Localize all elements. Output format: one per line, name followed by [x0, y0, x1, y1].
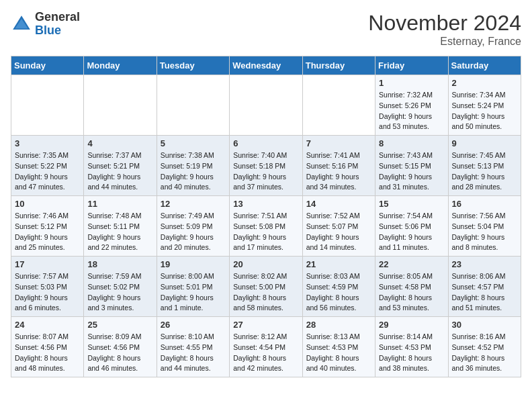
weekday-header: Monday [84, 56, 157, 75]
day-info: Sunrise: 7:46 AM Sunset: 5:12 PM Dayligh… [15, 211, 80, 253]
day-number: 18 [87, 259, 152, 269]
day-number: 23 [452, 259, 517, 269]
calendar-cell: 13Sunrise: 7:51 AM Sunset: 5:08 PM Dayli… [230, 196, 302, 257]
month-title: November 2024 [368, 11, 521, 36]
day-info: Sunrise: 8:00 AM Sunset: 5:01 PM Dayligh… [161, 271, 226, 314]
day-number: 16 [452, 199, 517, 209]
calendar-cell: 1Sunrise: 7:32 AM Sunset: 5:26 PM Daylig… [375, 75, 448, 136]
logo-text: General Blue [35, 11, 80, 38]
location: Esternay, France [368, 36, 521, 48]
day-info: Sunrise: 7:38 AM Sunset: 5:19 PM Dayligh… [161, 150, 226, 193]
calendar-cell: 4Sunrise: 7:37 AM Sunset: 5:21 PM Daylig… [84, 136, 157, 196]
day-number: 6 [233, 138, 298, 148]
day-number: 3 [15, 138, 80, 148]
weekday-header: Tuesday [157, 56, 229, 75]
day-number: 14 [306, 199, 371, 209]
day-info: Sunrise: 7:59 AM Sunset: 5:02 PM Dayligh… [87, 271, 152, 314]
calendar-cell: 25Sunrise: 8:09 AM Sunset: 4:56 PM Dayli… [84, 317, 157, 377]
day-info: Sunrise: 7:41 AM Sunset: 5:16 PM Dayligh… [306, 150, 371, 193]
day-info: Sunrise: 7:35 AM Sunset: 5:22 PM Dayligh… [15, 150, 80, 193]
calendar-cell [11, 75, 84, 136]
day-number: 2 [452, 78, 517, 88]
day-info: Sunrise: 7:48 AM Sunset: 5:11 PM Dayligh… [87, 211, 152, 253]
title-block: November 2024 Esternay, France [368, 11, 521, 48]
day-info: Sunrise: 8:12 AM Sunset: 4:54 PM Dayligh… [233, 332, 298, 374]
day-info: Sunrise: 8:07 AM Sunset: 4:56 PM Dayligh… [15, 332, 80, 374]
calendar-cell: 23Sunrise: 8:06 AM Sunset: 4:57 PM Dayli… [448, 257, 521, 317]
day-number: 4 [87, 138, 152, 148]
calendar-cell: 15Sunrise: 7:54 AM Sunset: 5:06 PM Dayli… [375, 196, 448, 257]
calendar-table: SundayMondayTuesdayWednesdayThursdayFrid… [11, 56, 521, 377]
day-number: 8 [379, 138, 444, 148]
page-header: General Blue November 2024 Esternay, Fra… [11, 11, 521, 48]
day-number: 22 [379, 259, 444, 269]
day-info: Sunrise: 8:09 AM Sunset: 4:56 PM Dayligh… [87, 332, 152, 374]
calendar-cell [230, 75, 302, 136]
calendar-cell: 7Sunrise: 7:41 AM Sunset: 5:16 PM Daylig… [302, 136, 375, 196]
day-info: Sunrise: 7:32 AM Sunset: 5:26 PM Dayligh… [379, 90, 444, 132]
calendar-cell: 16Sunrise: 7:56 AM Sunset: 5:04 PM Dayli… [448, 196, 521, 257]
calendar-cell: 27Sunrise: 8:12 AM Sunset: 4:54 PM Dayli… [230, 317, 302, 377]
day-info: Sunrise: 8:10 AM Sunset: 4:55 PM Dayligh… [161, 332, 226, 374]
calendar-cell: 20Sunrise: 8:02 AM Sunset: 5:00 PM Dayli… [230, 257, 302, 317]
weekday-header: Saturday [448, 56, 521, 75]
calendar-cell: 26Sunrise: 8:10 AM Sunset: 4:55 PM Dayli… [157, 317, 229, 377]
calendar-week: 10Sunrise: 7:46 AM Sunset: 5:12 PM Dayli… [11, 196, 521, 257]
day-info: Sunrise: 8:03 AM Sunset: 4:59 PM Dayligh… [306, 271, 371, 314]
day-number: 21 [306, 259, 371, 269]
calendar-body: 1Sunrise: 7:32 AM Sunset: 5:26 PM Daylig… [11, 75, 521, 377]
calendar-cell: 30Sunrise: 8:16 AM Sunset: 4:52 PM Dayli… [448, 317, 521, 377]
day-number: 10 [15, 199, 80, 209]
day-info: Sunrise: 8:02 AM Sunset: 5:00 PM Dayligh… [233, 271, 298, 314]
calendar-cell: 12Sunrise: 7:49 AM Sunset: 5:09 PM Dayli… [157, 196, 229, 257]
day-number: 17 [15, 259, 80, 269]
calendar-cell [157, 75, 229, 136]
calendar-cell: 24Sunrise: 8:07 AM Sunset: 4:56 PM Dayli… [11, 317, 84, 377]
day-info: Sunrise: 7:45 AM Sunset: 5:13 PM Dayligh… [452, 150, 517, 193]
day-info: Sunrise: 8:13 AM Sunset: 4:53 PM Dayligh… [306, 332, 371, 374]
weekday-header: Wednesday [230, 56, 302, 75]
day-info: Sunrise: 7:54 AM Sunset: 5:06 PM Dayligh… [379, 211, 444, 253]
day-number: 12 [161, 199, 226, 209]
day-info: Sunrise: 7:57 AM Sunset: 5:03 PM Dayligh… [15, 271, 80, 314]
day-number: 20 [233, 259, 298, 269]
weekday-header: Sunday [11, 56, 84, 75]
day-number: 11 [87, 199, 152, 209]
calendar-cell: 10Sunrise: 7:46 AM Sunset: 5:12 PM Dayli… [11, 196, 84, 257]
calendar-cell: 17Sunrise: 7:57 AM Sunset: 5:03 PM Dayli… [11, 257, 84, 317]
calendar-week: 17Sunrise: 7:57 AM Sunset: 5:03 PM Dayli… [11, 257, 521, 317]
calendar-week: 3Sunrise: 7:35 AM Sunset: 5:22 PM Daylig… [11, 136, 521, 196]
calendar-cell [302, 75, 375, 136]
day-info: Sunrise: 8:05 AM Sunset: 4:58 PM Dayligh… [379, 271, 444, 314]
day-number: 27 [233, 320, 298, 330]
day-number: 29 [379, 320, 444, 330]
weekday-header: Thursday [302, 56, 375, 75]
calendar-week: 24Sunrise: 8:07 AM Sunset: 4:56 PM Dayli… [11, 317, 521, 377]
calendar-week: 1Sunrise: 7:32 AM Sunset: 5:26 PM Daylig… [11, 75, 521, 136]
calendar-cell: 8Sunrise: 7:43 AM Sunset: 5:15 PM Daylig… [375, 136, 448, 196]
weekday-row: SundayMondayTuesdayWednesdayThursdayFrid… [11, 56, 521, 75]
day-info: Sunrise: 7:40 AM Sunset: 5:18 PM Dayligh… [233, 150, 298, 193]
day-info: Sunrise: 7:37 AM Sunset: 5:21 PM Dayligh… [87, 150, 152, 193]
day-info: Sunrise: 7:49 AM Sunset: 5:09 PM Dayligh… [161, 211, 226, 253]
calendar-cell: 29Sunrise: 8:14 AM Sunset: 4:53 PM Dayli… [375, 317, 448, 377]
weekday-header: Friday [375, 56, 448, 75]
day-info: Sunrise: 7:51 AM Sunset: 5:08 PM Dayligh… [233, 211, 298, 253]
day-number: 13 [233, 199, 298, 209]
day-number: 28 [306, 320, 371, 330]
day-number: 19 [161, 259, 226, 269]
calendar-cell: 2Sunrise: 7:34 AM Sunset: 5:24 PM Daylig… [448, 75, 521, 136]
calendar-cell: 11Sunrise: 7:48 AM Sunset: 5:11 PM Dayli… [84, 196, 157, 257]
day-info: Sunrise: 7:56 AM Sunset: 5:04 PM Dayligh… [452, 211, 517, 253]
calendar-cell [84, 75, 157, 136]
calendar-cell: 14Sunrise: 7:52 AM Sunset: 5:07 PM Dayli… [302, 196, 375, 257]
calendar-cell: 21Sunrise: 8:03 AM Sunset: 4:59 PM Dayli… [302, 257, 375, 317]
day-number: 25 [87, 320, 152, 330]
day-info: Sunrise: 8:06 AM Sunset: 4:57 PM Dayligh… [452, 271, 517, 314]
calendar-cell: 3Sunrise: 7:35 AM Sunset: 5:22 PM Daylig… [11, 136, 84, 196]
day-number: 7 [306, 138, 371, 148]
day-info: Sunrise: 8:16 AM Sunset: 4:52 PM Dayligh… [452, 332, 517, 374]
calendar-cell: 5Sunrise: 7:38 AM Sunset: 5:19 PM Daylig… [157, 136, 229, 196]
day-number: 1 [379, 78, 444, 88]
calendar-cell: 22Sunrise: 8:05 AM Sunset: 4:58 PM Dayli… [375, 257, 448, 317]
